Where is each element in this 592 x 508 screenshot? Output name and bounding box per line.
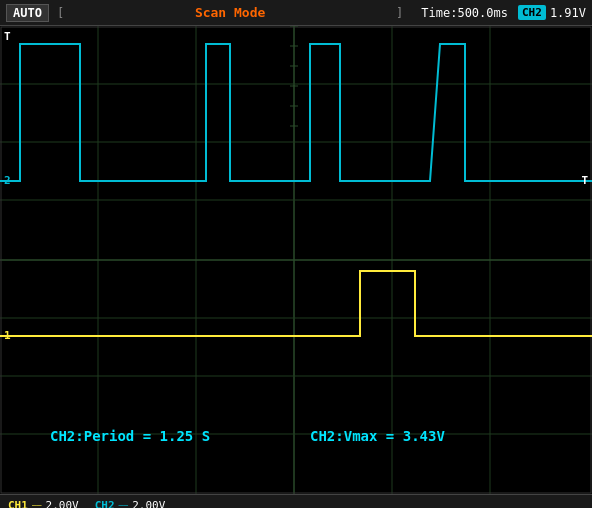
ch2-period-measurement: CH2:Period = 1.25 S — [50, 428, 210, 444]
ch2-status: CH2 —— 2.00V — [95, 499, 166, 508]
waveform-display — [0, 26, 592, 494]
trigger-t-top-marker: T — [4, 30, 11, 43]
oscilloscope-screen: T 2 1 T CH2:Period = 1.25 S CH2:Vmax = 3… — [0, 26, 592, 494]
ch1-label: CH1 — [8, 499, 28, 508]
auto-badge: AUTO — [6, 4, 49, 22]
bracket-left: [ — [57, 6, 64, 20]
ch1-status: CH1 —— 2.00V — [8, 499, 79, 508]
ch2-header-badge: CH2 — [518, 5, 546, 20]
ch2-voltage: 2.00V — [132, 499, 165, 508]
bracket-right: ] — [396, 6, 403, 20]
header-voltage: 1.91V — [550, 6, 586, 20]
ch1-voltage: 2.00V — [46, 499, 79, 508]
ch2-line-indicator: —— — [119, 501, 129, 508]
status-bar: CH1 —— 2.00V CH2 —— 2.00V — [0, 494, 592, 508]
ch2-label: CH2 — [95, 499, 115, 508]
ch1-level-marker: 1 — [4, 329, 11, 342]
ch1-line-indicator: —— — [32, 501, 42, 508]
time-display: Time:500.0ms — [421, 6, 508, 20]
scan-mode-label: Scan Mode — [72, 5, 388, 20]
ch2-vmax-measurement: CH2:Vmax = 3.43V — [310, 428, 445, 444]
oscilloscope-header: AUTO [ Scan Mode ] Time:500.0ms CH2 1.91… — [0, 0, 592, 26]
trigger-t-right-marker: T — [581, 174, 588, 187]
ch2-level-marker: 2 — [4, 174, 11, 187]
